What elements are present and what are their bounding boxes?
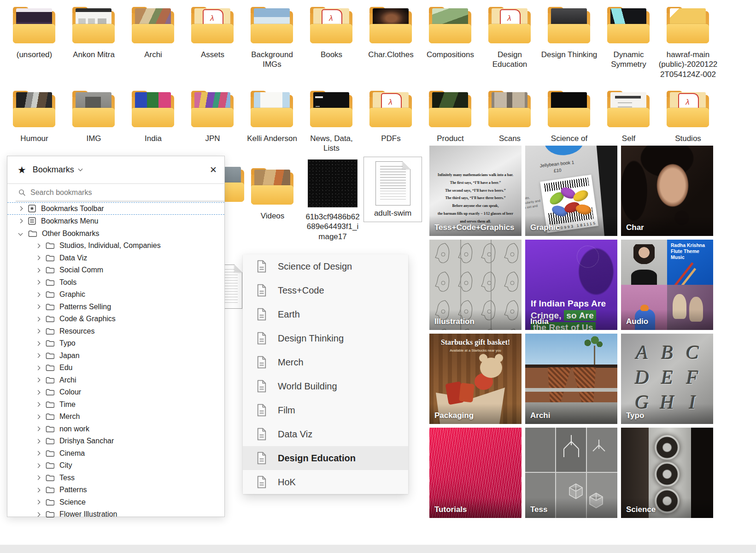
folder-item[interactable]: Compositions <box>421 4 480 79</box>
chevron-right-icon[interactable] <box>36 427 41 431</box>
folder-item[interactable]: Books <box>302 4 361 79</box>
folder-item[interactable]: hawraf-main (public)-20201222T054124Z-00… <box>658 4 718 79</box>
folder-item[interactable]: Ankon Mitra <box>64 4 123 79</box>
gallery-card-tess-code-graphics[interactable]: Infinitely many mathematicians walk into… <box>429 146 522 236</box>
folder-item[interactable]: JPN <box>183 88 242 153</box>
folder-item[interactable]: Studios <box>658 88 718 153</box>
folder-item[interactable]: Dynamic Symmetry <box>599 4 658 79</box>
folder-item[interactable]: Scans <box>480 88 539 153</box>
image-file-item[interactable]: 61b3cf9486b62689e64493f1_image17 <box>304 159 361 241</box>
folder-item[interactable]: Archi <box>123 4 183 79</box>
folder-item[interactable]: Humour <box>5 88 64 153</box>
bookmark-folder-row[interactable]: Cinema <box>7 447 224 460</box>
bookmark-folder-row[interactable]: Social Comm <box>7 264 224 276</box>
chevron-right-icon[interactable] <box>36 280 41 285</box>
gallery-card-packaging[interactable]: Starbucks gift basket! Available at a St… <box>429 334 522 424</box>
chevron-right-icon[interactable] <box>36 329 41 334</box>
gallery-card-archi[interactable]: Archi <box>525 334 617 424</box>
gallery-card-tess[interactable]: Tess <box>525 428 617 518</box>
chevron-down-icon[interactable] <box>18 231 23 236</box>
folder-item[interactable]: Self <box>599 88 658 153</box>
folder-item[interactable]: Science of <box>539 88 599 153</box>
folder-item[interactable]: Design Education <box>480 4 539 79</box>
folder-item[interactable]: Background IMGs <box>242 4 302 79</box>
folder-item[interactable]: Char.Clothes <box>361 4 421 79</box>
selected-file-item[interactable]: adult-swim <box>363 157 422 222</box>
chevron-down-icon[interactable] <box>78 167 82 171</box>
chevron-right-icon[interactable] <box>36 305 41 309</box>
gallery-card-graphic[interactable]: Jellybean book 1 £10 results, popularity… <box>525 146 617 236</box>
bookmark-folder-row[interactable]: Typo <box>7 337 224 350</box>
bookmark-folder-row[interactable]: Archi <box>7 374 224 387</box>
gallery-card-typo[interactable]: ABCDEFGHI Typo <box>621 334 713 424</box>
bookmark-folder-row[interactable]: Japan <box>7 350 224 362</box>
folder-item[interactable]: Assets <box>183 4 242 79</box>
bookmark-folder-row[interactable]: Drishya Sanchar <box>7 435 224 447</box>
folder-item[interactable]: (unsorted) <box>5 4 64 79</box>
bookmark-folder-row[interactable]: Tess <box>7 472 224 484</box>
context-menu-item[interactable]: Tess+Code <box>243 278 408 302</box>
chevron-right-icon[interactable] <box>36 463 41 468</box>
bookmark-folder-row[interactable]: Science <box>7 496 224 509</box>
folder-item[interactable]: Kelli Anderson <box>242 88 302 153</box>
chevron-right-icon[interactable] <box>36 341 41 346</box>
bookmark-folder-row[interactable]: Data Viz <box>7 252 224 265</box>
context-menu-item[interactable]: Science of Design <box>243 254 408 278</box>
chevron-right-icon[interactable] <box>36 353 41 358</box>
bookmark-folder-row[interactable]: Patterns Selling <box>7 301 224 313</box>
gallery-card-science[interactable]: Science <box>621 428 713 518</box>
context-menu-item[interactable]: Data Viz <box>243 422 408 446</box>
context-menu-item[interactable]: Design Education <box>243 446 408 470</box>
folder-item[interactable]: Videos <box>243 165 302 221</box>
chevron-right-icon[interactable] <box>36 378 41 382</box>
chevron-right-icon[interactable] <box>36 488 41 492</box>
chevron-right-icon[interactable] <box>36 243 41 248</box>
bookmark-folder-row[interactable]: Studios, Individual, Companies <box>7 240 224 252</box>
chevron-right-icon[interactable] <box>36 451 41 456</box>
bookmark-folder-row[interactable]: non work <box>7 423 224 435</box>
other-bookmarks-row[interactable]: Other Bookmarks <box>7 227 224 240</box>
gallery-card-tutorials[interactable]: Tutorials <box>429 428 522 518</box>
bookmark-folder-row[interactable]: Code & Graphics <box>7 313 224 325</box>
folder-item[interactable]: India <box>123 88 183 153</box>
chevron-right-icon[interactable] <box>36 439 41 443</box>
bookmark-folder-row[interactable]: Patterns <box>7 484 224 496</box>
bookmarks-menu-row[interactable]: Bookmarks Menu <box>7 215 224 227</box>
chevron-right-icon[interactable] <box>18 206 23 211</box>
bookmark-folder-row[interactable]: Merch <box>7 411 224 423</box>
chevron-right-icon[interactable] <box>36 500 41 505</box>
gallery-card-india[interactable]: If Indian Paps Are Cringe, so Are the Re… <box>525 240 617 330</box>
chevron-right-icon[interactable] <box>36 414 41 419</box>
folder-item[interactable]: IMG <box>64 88 123 153</box>
bookmarks-toolbar-row[interactable]: Bookmarks Toolbar <box>7 202 224 215</box>
gallery-card-illustration[interactable]: Illustration <box>429 240 522 330</box>
context-menu-item[interactable]: HoK <box>243 470 408 494</box>
chevron-right-icon[interactable] <box>36 390 41 394</box>
close-icon[interactable]: ✕ <box>210 165 217 174</box>
folder-item[interactable]: Design Thinking <box>539 4 599 79</box>
folder-item[interactable]: PDFs <box>361 88 421 153</box>
gallery-card-audio[interactable]: Radha Krishna Flute Theme Music Audio <box>621 240 713 330</box>
chevron-right-icon[interactable] <box>18 219 23 224</box>
chevron-right-icon[interactable] <box>36 268 41 272</box>
bookmark-folder-row[interactable]: Resources <box>7 325 224 338</box>
chevron-right-icon[interactable] <box>36 402 41 407</box>
bookmark-folder-row[interactable]: Flower Illustration <box>7 508 224 521</box>
chevron-right-icon[interactable] <box>36 256 41 260</box>
folder-item[interactable]: Product <box>421 88 480 153</box>
context-menu-item[interactable]: Design Thinking <box>243 326 408 350</box>
bookmark-folder-row[interactable]: Time <box>7 399 224 411</box>
chevron-right-icon[interactable] <box>36 365 41 370</box>
gallery-card-char[interactable]: Char <box>621 146 713 236</box>
context-menu-item[interactable]: Merch <box>243 350 408 374</box>
bookmark-folder-row[interactable]: Graphic <box>7 288 224 301</box>
bookmark-folder-row[interactable]: Colour <box>7 386 224 399</box>
bookmark-folder-row[interactable]: Edu <box>7 362 224 374</box>
chevron-right-icon[interactable] <box>36 317 41 321</box>
context-menu-item[interactable]: Film <box>243 398 408 422</box>
bookmark-folder-row[interactable]: City <box>7 459 224 472</box>
folder-item[interactable]: News, Data, Lists <box>302 88 361 153</box>
bookmark-folder-row[interactable]: Tools <box>7 276 224 289</box>
context-menu-item[interactable]: World Building <box>243 374 408 398</box>
search-input[interactable] <box>30 188 169 197</box>
